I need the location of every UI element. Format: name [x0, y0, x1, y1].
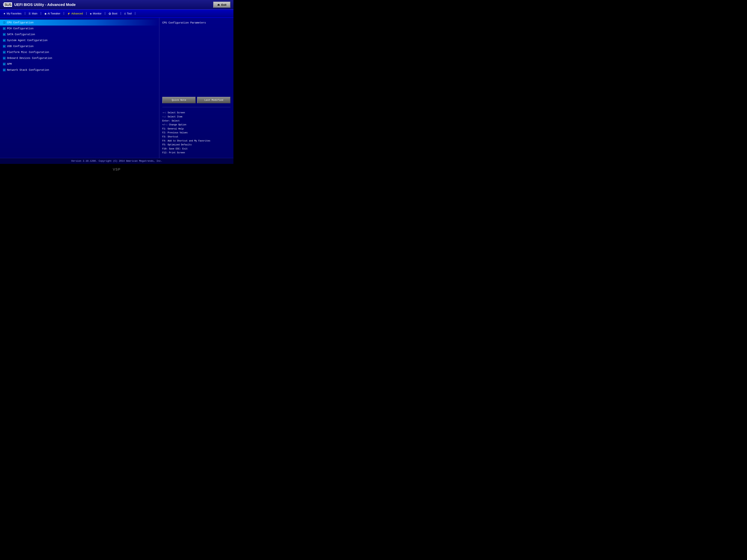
keybind-f1: F1: General Help	[162, 127, 230, 131]
submenu-arrow-icon: ▶	[3, 21, 5, 24]
divider	[162, 107, 230, 107]
nav-item-main[interactable]: ☰ Main	[27, 12, 39, 16]
submenu-arrow-icon: ▶	[3, 39, 5, 42]
advanced-icon: ⚡	[67, 12, 70, 15]
keybind-f3: F3: Shortcut	[162, 135, 230, 139]
submenu-arrow-icon: ▶	[3, 27, 5, 30]
quick-note-button[interactable]: Quick Note	[162, 97, 196, 103]
nav-separator-1: |	[24, 12, 26, 15]
keybind-f4: F4: Add to Shortcut and My Favorites	[162, 139, 230, 143]
keybind-f10: F10: Save ESC: Exit	[162, 147, 230, 151]
list-icon: ☰	[28, 12, 31, 15]
submenu-arrow-icon: ▶	[3, 33, 5, 36]
bottom-bar: VSP	[0, 164, 233, 175]
keybind-select-screen: →←: Select Screen	[162, 111, 230, 115]
footer-text: Version 2.10.1208. Copyright (C) 2014 Am…	[71, 160, 162, 162]
footer: Version 2.10.1208. Copyright (C) 2014 Am…	[0, 158, 233, 164]
nav-item-advanced[interactable]: ⚡ Advanced	[66, 12, 84, 16]
nav-item-ai-tweaker[interactable]: ◉ Ai Tweaker	[43, 12, 62, 16]
exit-button[interactable]: ⏏ Exit	[213, 2, 230, 8]
nav-item-tool[interactable]: ⎙ Tool	[123, 12, 133, 16]
submenu-arrow-icon: ▶	[3, 51, 5, 54]
menu-item-system-agent-config[interactable]: ▶ System Agent Configuration	[0, 37, 159, 43]
keybind-f12: F12: Print Screen	[162, 151, 230, 155]
nav-separator-2: |	[40, 12, 42, 15]
keybind-enter: Enter: Select	[162, 119, 230, 123]
submenu-arrow-icon: ▶	[3, 69, 5, 71]
last-modified-button[interactable]: Last Modified	[197, 97, 230, 103]
menu-item-usb-config[interactable]: ▶ USB Configuration	[0, 43, 159, 49]
keybind-select-item: ↑↓: Select Item	[162, 115, 230, 119]
title-bar-left: īSUS UEFI BIOS Utility - Advanced Mode	[3, 3, 76, 7]
nav-separator-7: |	[134, 12, 136, 15]
nav-item-monitor[interactable]: ◈ Monitor	[88, 12, 103, 16]
submenu-arrow-icon: ▶	[3, 63, 5, 65]
nav-item-my-favorites[interactable]: ★ My Favorites	[2, 12, 23, 16]
tweaker-icon: ◉	[45, 12, 47, 15]
keybind-f2: F2: Previous Values	[162, 131, 230, 135]
keybinds-panel: →←: Select Screen ↑↓: Select Item Enter:…	[162, 111, 230, 155]
nav-item-boot[interactable]: ⏻ Boot	[107, 12, 119, 16]
nav-separator-5: |	[104, 12, 106, 15]
submenu-arrow-icon: ▶	[3, 57, 5, 59]
asus-logo: īSUS	[3, 3, 12, 7]
keybind-f5: F5: Optimized Defaults	[162, 143, 230, 147]
title-bar: īSUS UEFI BIOS Utility - Advanced Mode ⏏…	[0, 0, 233, 10]
action-buttons: Quick Note Last Modified	[162, 97, 230, 103]
monitor-icon: ◈	[90, 12, 92, 15]
menu-item-onboard-devices-config[interactable]: ▶ Onboard Devices Configuration	[0, 55, 159, 61]
nav-bar: ★ My Favorites | ☰ Main | ◉ Ai Tweaker |…	[0, 10, 233, 18]
item-description: CPU Configuration Parameters	[162, 21, 230, 57]
menu-item-cpu-config[interactable]: ▶ CPU Configuration	[0, 20, 159, 26]
menu-item-sata-config[interactable]: ▶ SATA Configuration	[0, 31, 159, 37]
menu-item-apm[interactable]: ▶ APM	[0, 61, 159, 67]
tool-icon: ⎙	[124, 12, 126, 15]
nav-separator-3: |	[63, 12, 65, 15]
keybind-change-option: +/-: Change Option	[162, 123, 230, 127]
menu-item-pch-config[interactable]: ▶ PCH Configuration	[0, 26, 159, 31]
menu-item-network-stack-config[interactable]: ▶ Network Stack Configuration	[0, 67, 159, 73]
left-panel: ▶ CPU Configuration ▶ PCH Configuration …	[0, 18, 159, 158]
menu-item-platform-misc-config[interactable]: ▶ Platform Misc Configuration	[0, 49, 159, 55]
star-icon: ★	[3, 12, 5, 15]
right-panel: CPU Configuration Parameters Quick Note …	[159, 18, 233, 158]
main-content: ▶ CPU Configuration ▶ PCH Configuration …	[0, 18, 233, 158]
bios-screen: īSUS UEFI BIOS Utility - Advanced Mode ⏏…	[0, 0, 233, 175]
bottom-logo: VSP	[113, 167, 121, 171]
boot-icon: ⏻	[108, 12, 111, 15]
nav-separator-4: |	[85, 12, 87, 15]
submenu-arrow-icon: ▶	[3, 45, 5, 48]
exit-icon: ⏏	[217, 3, 220, 6]
nav-separator-6: |	[120, 12, 122, 15]
bios-title: UEFI BIOS Utility - Advanced Mode	[14, 3, 76, 7]
